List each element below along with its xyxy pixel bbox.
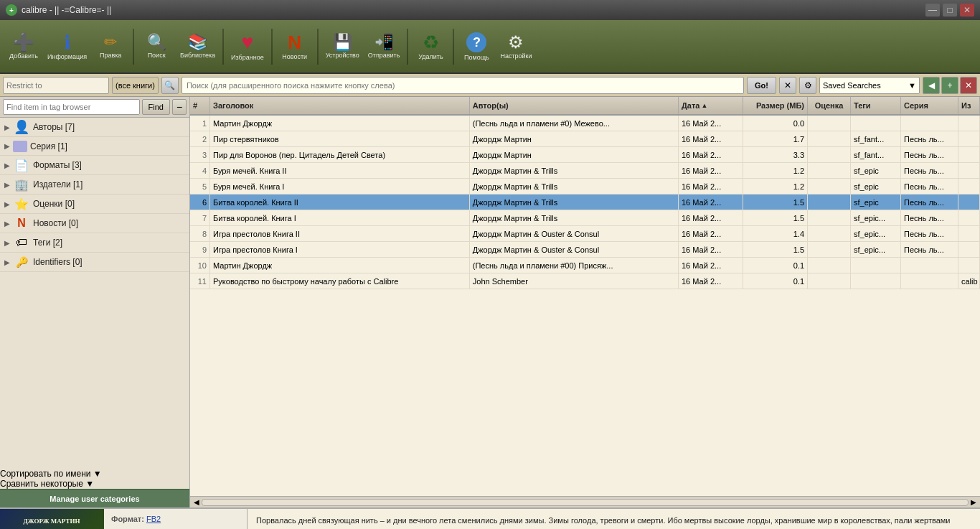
go-button[interactable]: Go!: [747, 77, 776, 94]
col-header-num[interactable]: #: [190, 97, 210, 114]
search-settings-button[interactable]: ⚙: [799, 77, 816, 94]
table-row[interactable]: 10 Мартин Джордж (Песнь льда и пламени #…: [190, 258, 980, 273]
table-row[interactable]: 4 Буря мечей. Книга II Джордж Мартин & T…: [190, 163, 980, 179]
table-row[interactable]: 5 Буря мечей. Книга I Джордж Мартин & Tr…: [190, 179, 980, 195]
add-books-button[interactable]: ➕ Добавить: [6, 23, 42, 70]
clear-search-button[interactable]: ✕: [779, 77, 796, 94]
format-value[interactable]: FB2: [146, 515, 161, 523]
library-button[interactable]: 📚 Библиотека: [177, 23, 218, 70]
col-header-author[interactable]: Автор(ы): [470, 97, 679, 114]
cell-tags: sf_epic...: [851, 242, 901, 257]
col-header-rating[interactable]: Оценка: [808, 97, 851, 114]
cell-author: (Песнь льда и пламени #00) Присяж...: [470, 258, 679, 273]
cell-title: Битва королей. Книга II: [210, 195, 470, 210]
identifier-icon: 🔑: [13, 255, 30, 269]
table-row[interactable]: 7 Битва королей. Книга I Джордж Мартин &…: [190, 210, 980, 226]
sidebar-item-identifiers[interactable]: ▶ 🔑 Identifiers [0]: [0, 253, 189, 272]
sync-button[interactable]: 📲 Отправить: [365, 23, 403, 70]
col-header-date[interactable]: Дата ▲: [679, 97, 743, 114]
nav-back-button[interactable]: ◀: [923, 77, 940, 94]
col-header-title[interactable]: Заголовок: [210, 97, 470, 114]
col-header-series[interactable]: Серия: [901, 97, 958, 114]
cell-tags: sf_fant...: [851, 147, 901, 162]
publishers-label: Издатели [1]: [33, 179, 185, 189]
favorites-button[interactable]: ♥ Избранное: [228, 23, 267, 70]
col-header-iz[interactable]: Из: [958, 97, 980, 114]
book-info-button[interactable]: ℹ Информация: [44, 23, 90, 70]
cell-date: 16 Май 2...: [679, 242, 743, 257]
manage-categories-label: Manage user categories: [50, 495, 139, 503]
table-row[interactable]: 6 Битва королей. Книга II Джордж Мартин …: [190, 195, 980, 210]
col-title-label: Заголовок: [213, 101, 253, 110]
cell-iz: [958, 116, 980, 131]
delete-button[interactable]: ♻ Удалить: [413, 23, 448, 70]
titlebar-controls[interactable]: — □ ✕: [925, 4, 974, 17]
scroll-right-button[interactable]: ▶: [969, 498, 979, 506]
cell-rating: [808, 195, 851, 210]
search-small-icon: 🔍: [164, 80, 175, 90]
table-row[interactable]: 1 Мартин Джордж (Песнь льда и пламени #0…: [190, 116, 980, 131]
tag-search-input[interactable]: [3, 99, 140, 115]
collapse-button[interactable]: −: [172, 99, 187, 115]
cell-title: Пир для Воронов (пер. Цитадель Детей Све…: [210, 147, 470, 162]
maximize-button[interactable]: □: [943, 4, 957, 17]
library-label: Библиотека: [180, 52, 215, 59]
device-button[interactable]: 💾 Устройство: [323, 23, 362, 70]
edit-metadata-button[interactable]: ✏ Правка: [93, 23, 128, 70]
publisher-icon: 🏢: [13, 177, 30, 192]
horizontal-scrollbar[interactable]: ◀ ▶: [190, 496, 980, 507]
rating-icon: ⭐: [13, 197, 30, 211]
search-button[interactable]: 🔍 Поиск: [138, 23, 174, 70]
cell-rating: [808, 210, 851, 225]
restrict-input[interactable]: [3, 77, 109, 94]
find-button[interactable]: Find: [142, 99, 170, 115]
col-series-label: Серия: [904, 101, 928, 110]
cell-iz: [958, 226, 980, 241]
edit-label: Правка: [100, 52, 121, 59]
sidebar-item-news[interactable]: ▶ N Новости [0]: [0, 214, 189, 233]
news-button[interactable]: N Новости: [277, 23, 313, 70]
sidebar-item-tags[interactable]: ▶ 🏷 Теги [2]: [0, 233, 189, 253]
titlebar-left: + calibre - || -=Calibre=- ||: [6, 4, 111, 16]
sidebar-item-publishers[interactable]: ▶ 🏢 Издатели [1]: [0, 175, 189, 195]
col-tags-label: Теги: [854, 101, 871, 110]
main-content: Find − ▶ 👤 Авторы [7] ▶ Серия [1] ▶ 📄 Фо…: [0, 97, 980, 507]
table-row[interactable]: 3 Пир для Воронов (пер. Цитадель Детей С…: [190, 147, 980, 163]
sidebar-item-series[interactable]: ▶ Серия [1]: [0, 137, 189, 156]
news-sidebar-icon: N: [13, 216, 30, 230]
cell-size: 3.3: [743, 147, 808, 162]
ratings-label: Оценки [0]: [33, 199, 185, 209]
device-label: Устройство: [326, 52, 359, 59]
compare-combo[interactable]: Сравнить некоторые ▼: [0, 479, 189, 489]
search-input[interactable]: [182, 77, 744, 94]
sidebar-item-formats[interactable]: ▶ 📄 Форматы [3]: [0, 156, 189, 175]
sidebar-item-ratings[interactable]: ▶ ⭐ Оценки [0]: [0, 195, 189, 214]
cell-rating: [808, 258, 851, 273]
nav-add-saved-button[interactable]: +: [941, 77, 958, 94]
sort-combo[interactable]: Сортировать по имени ▼: [0, 469, 189, 479]
minimize-button[interactable]: —: [925, 4, 940, 17]
scroll-track[interactable]: [202, 499, 969, 506]
table-row[interactable]: 11 Руководство по быстрому началу работы…: [190, 273, 980, 289]
scroll-left-button[interactable]: ◀: [192, 498, 202, 506]
advanced-search-button[interactable]: 🔍: [161, 77, 179, 94]
cell-num: 10: [190, 258, 210, 273]
cell-iz: [958, 258, 980, 273]
table-row[interactable]: 2 Пир стервятников Джордж Мартин 16 Май …: [190, 131, 980, 147]
saved-searches-dropdown[interactable]: Saved Searches ▼: [819, 77, 920, 94]
table-row[interactable]: 9 Игра престолов Книга I Джордж Мартин &…: [190, 242, 980, 258]
table-row[interactable]: 8 Игра престолов Книга II Джордж Мартин …: [190, 226, 980, 242]
nav-close-saved-button[interactable]: ✕: [960, 77, 977, 94]
news-label: Новости: [282, 53, 307, 60]
cell-series: Песнь ль...: [901, 195, 958, 210]
close-button[interactable]: ✕: [960, 4, 974, 17]
preferences-button[interactable]: ⚙ Настройки: [497, 23, 534, 70]
tag-browser-search: Find −: [0, 97, 189, 118]
help-button[interactable]: ? Помощь: [458, 23, 494, 70]
sidebar-item-authors[interactable]: ▶ 👤 Авторы [7]: [0, 118, 189, 137]
col-header-size[interactable]: Размер (МБ): [743, 97, 808, 114]
manage-categories-button[interactable]: Manage user categories: [0, 489, 189, 507]
sync-icon: 📲: [374, 34, 394, 50]
col-header-tags[interactable]: Теги: [851, 97, 901, 114]
cell-rating: [808, 226, 851, 241]
